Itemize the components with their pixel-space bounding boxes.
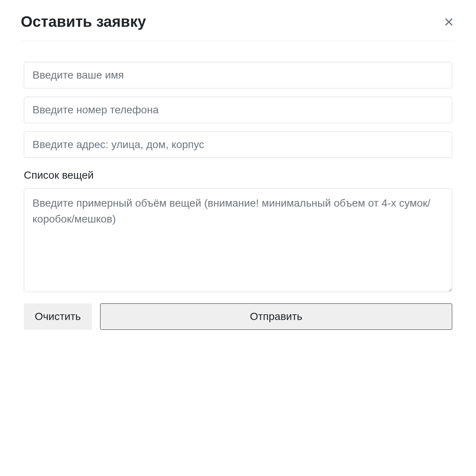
phone-input[interactable]	[24, 97, 452, 123]
button-row: Очистить Отправить	[24, 303, 452, 330]
submit-button[interactable]: Отправить	[100, 303, 452, 330]
clear-button[interactable]: Очистить	[24, 303, 92, 330]
address-input[interactable]	[24, 131, 452, 158]
modal-header: Оставить заявку ×	[21, 13, 455, 41]
items-textarea[interactable]	[24, 188, 452, 292]
form-body: Список вещей Очистить Отправить	[21, 62, 455, 330]
name-input[interactable]	[24, 62, 452, 88]
items-label: Список вещей	[24, 169, 452, 181]
modal-title: Оставить заявку	[21, 13, 146, 30]
close-button[interactable]: ×	[442, 14, 455, 30]
